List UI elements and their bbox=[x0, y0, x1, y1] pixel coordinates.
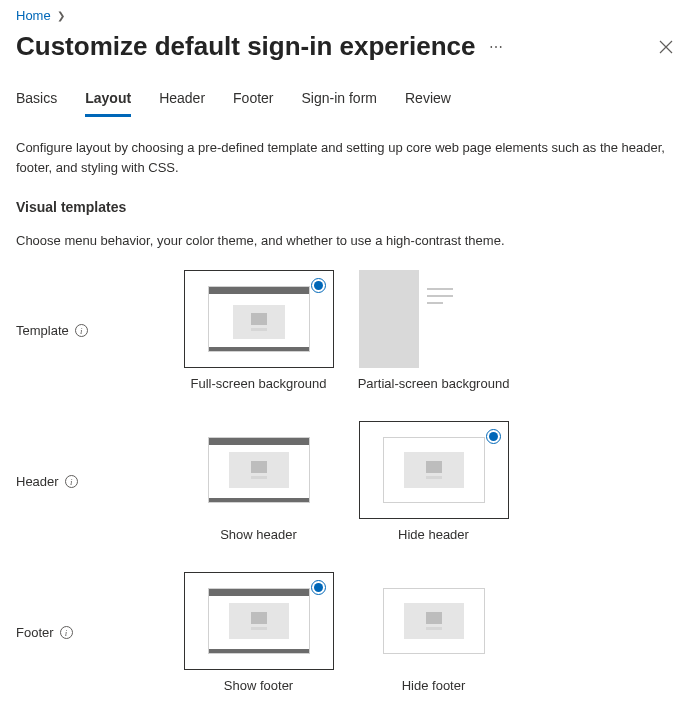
breadcrumb: Home ❯ bbox=[16, 8, 674, 23]
template-option-partial-screen-label: Partial-screen background bbox=[358, 376, 510, 391]
info-icon[interactable]: i bbox=[60, 626, 73, 639]
template-option-full-screen[interactable] bbox=[184, 270, 334, 368]
tab-signin-form[interactable]: Sign-in form bbox=[302, 90, 377, 116]
header-option-show[interactable] bbox=[184, 421, 334, 519]
chevron-right-icon: ❯ bbox=[57, 10, 65, 21]
tab-footer[interactable]: Footer bbox=[233, 90, 273, 116]
template-option-partial-screen[interactable] bbox=[359, 270, 509, 368]
show-header-preview-icon bbox=[208, 437, 310, 503]
layout-description: Configure layout by choosing a pre-defin… bbox=[16, 138, 666, 177]
footer-option-show-label: Show footer bbox=[224, 678, 293, 693]
close-icon bbox=[658, 39, 674, 55]
visual-templates-subtext: Choose menu behavior, your color theme, … bbox=[16, 233, 674, 248]
hide-header-preview-icon bbox=[383, 437, 485, 503]
footer-option-show[interactable] bbox=[184, 572, 334, 670]
tab-review[interactable]: Review bbox=[405, 90, 451, 116]
tab-layout[interactable]: Layout bbox=[85, 90, 131, 117]
radio-selected-icon bbox=[311, 580, 326, 595]
visual-templates-heading: Visual templates bbox=[16, 199, 674, 215]
header-option-show-label: Show header bbox=[220, 527, 297, 542]
footer-option-hide[interactable] bbox=[359, 572, 509, 670]
close-button[interactable] bbox=[658, 39, 674, 55]
more-actions-button[interactable]: ⋯ bbox=[485, 35, 508, 59]
radio-selected-icon bbox=[486, 429, 501, 444]
page-title: Customize default sign-in experience bbox=[16, 31, 475, 62]
tab-header[interactable]: Header bbox=[159, 90, 205, 116]
tab-basics[interactable]: Basics bbox=[16, 90, 57, 116]
breadcrumb-home-link[interactable]: Home bbox=[16, 8, 51, 23]
template-option-full-screen-label: Full-screen background bbox=[191, 376, 327, 391]
full-screen-preview-icon bbox=[208, 286, 310, 352]
header-label: Header bbox=[16, 474, 59, 489]
partial-screen-preview-icon bbox=[359, 270, 509, 368]
header-option-hide-label: Hide header bbox=[398, 527, 469, 542]
info-icon[interactable]: i bbox=[75, 324, 88, 337]
header-option-hide[interactable] bbox=[359, 421, 509, 519]
show-footer-preview-icon bbox=[208, 588, 310, 654]
footer-label: Footer bbox=[16, 625, 54, 640]
hide-footer-preview-icon bbox=[383, 588, 485, 654]
tab-bar: Basics Layout Header Footer Sign-in form… bbox=[16, 90, 674, 116]
footer-option-hide-label: Hide footer bbox=[402, 678, 466, 693]
radio-selected-icon bbox=[311, 278, 326, 293]
template-label: Template bbox=[16, 323, 69, 338]
info-icon[interactable]: i bbox=[65, 475, 78, 488]
